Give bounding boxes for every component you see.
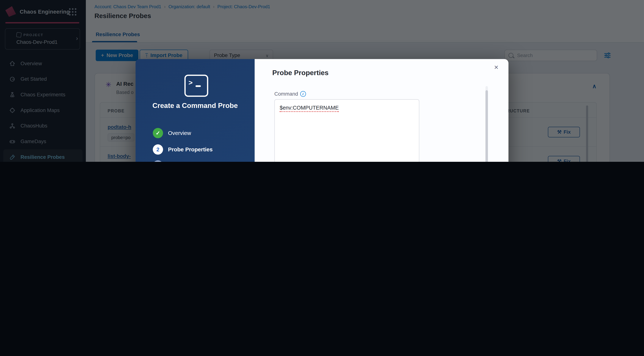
step-label: Probe Properties — [168, 146, 213, 153]
properties-scroll-area: Command i $env:COMPUTERNAME Data Compari… — [255, 84, 508, 162]
app-root: Chaos Engineering PROJECT Chaos-Dev-Prod… — [0, 0, 644, 162]
wizard-pane: > Create a Command Probe ✓ Overview 2 Pr… — [136, 59, 254, 162]
properties-pane: × Probe Properties Command i $env:COMPUT… — [255, 59, 508, 162]
terminal-underscore-glyph — [196, 85, 201, 87]
modal-title: Probe Properties — [272, 69, 329, 77]
command-textarea[interactable]: $env:COMPUTERNAME — [274, 99, 420, 162]
command-value: $env:COMPUTERNAME — [280, 105, 338, 112]
step-number: 2 — [153, 144, 163, 155]
step-number: 3 — [153, 160, 163, 162]
step-done-check-icon: ✓ — [153, 128, 163, 138]
create-command-probe-modal: > Create a Command Probe ✓ Overview 2 Pr… — [136, 59, 508, 162]
wizard-step-overview[interactable]: ✓ Overview — [153, 128, 191, 138]
command-probe-icon: > — [184, 74, 208, 97]
command-label-row: Command i — [274, 91, 306, 97]
wizard-step-probe-properties[interactable]: 2 Probe Properties — [153, 144, 213, 155]
wizard-title: Create a Command Probe — [136, 102, 254, 110]
modal-scrollbar-thumb[interactable] — [486, 90, 488, 162]
step-label: Overview — [168, 130, 191, 136]
wizard-step-run-properties[interactable]: 3 Run Properties — [153, 160, 205, 162]
command-label: Command — [274, 91, 298, 97]
info-icon[interactable]: i — [300, 91, 306, 97]
terminal-gt-glyph: > — [188, 79, 192, 87]
close-icon[interactable]: × — [494, 63, 498, 72]
